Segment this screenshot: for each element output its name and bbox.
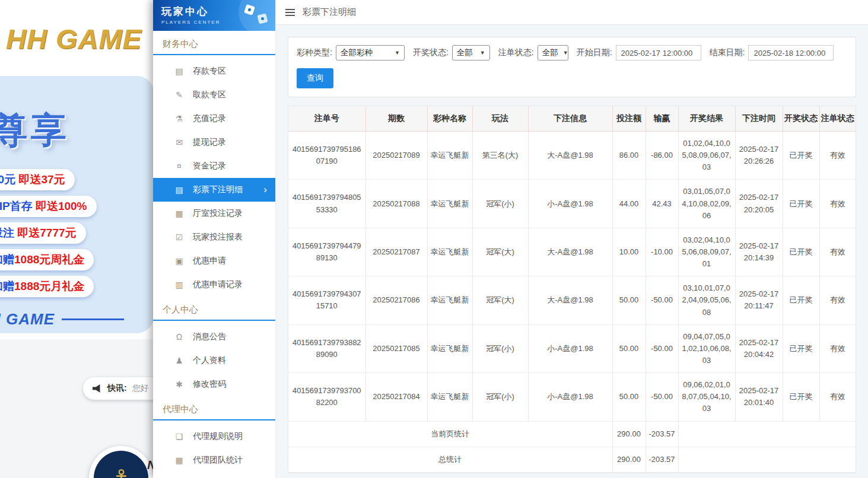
table-cell: 冠军(小) [472,324,528,372]
table-cell: 2025-02-17 20:01:40 [735,373,783,421]
table-cell: 小-A盘@1.98 [528,324,612,372]
table-cell: 有效 [819,132,856,180]
sidebar-item-promo-apply[interactable]: ▣优惠申请 [153,249,275,273]
filter-row: 彩种类型: 全部彩种 ▼ 开奖状态: 全部 ▼ [297,45,847,60]
table-cell: 50.00 [612,373,646,421]
sidebar-item-label: 优惠申请 [193,256,226,266]
table-cell: 401569173979480553330 [288,180,365,228]
table-cell: 2025-02-17 20:14:39 [735,228,783,276]
table-cell: 小-A盘@1.98 [528,180,612,228]
lottery-type-select[interactable]: 全部彩种 ▼ [336,45,405,60]
funds-icon: ¤ [174,161,185,171]
site-logo: HH GAME [6,23,142,55]
chevron-right-icon: › [263,184,267,196]
sidebar-item-label: 提现记录 [193,137,226,148]
table-row: 40156917397948055333020250217088幸运飞艇新冠军(… [288,180,856,228]
sidebar-item-deposit[interactable]: ▤存款专区 [153,59,275,83]
draw-status-value: 全部 [457,47,473,58]
table-cell: 已开奖 [783,276,819,324]
table-cell: 大-A盘@1.98 [528,228,612,276]
sidebar-item-label: 厅室投注记录 [193,208,243,219]
sidebar-item-label: 充值记录 [193,113,226,124]
promo-banner: 尊享 60元 即送37元VIP首存 即送100%投注 即送7777元加赠1088… [0,76,154,333]
sidebar-item-profile[interactable]: ♟个人资料 [153,349,275,372]
table-cell: 2025-02-17 20:26:26 [735,132,783,180]
table-cell: -50.00 [646,276,678,324]
start-date-input[interactable] [616,45,701,60]
speaker-icon [93,384,102,393]
ticker-text: 您好 [132,383,149,394]
table-cell: 20250217089 [365,132,427,180]
table-cell: 2025-02-17 20:04:42 [735,324,783,372]
anchor-icon: ⚓ [94,451,148,478]
table-cell: 2025-02-17 20:11:47 [735,276,783,324]
table-cell: 已开奖 [783,180,819,228]
table-cell: 小-A盘@1.98 [528,373,612,421]
promo-pill-list: 60元 即送37元VIP首存 即送100%投注 即送7777元加赠1088元周礼… [0,169,154,297]
sidebar-item-hall-bet-record[interactable]: ▦厅室投注记录 [153,202,275,225]
table-cell: 有效 [819,324,856,372]
sidebar-item-label: 消息公告 [193,332,226,342]
table-cell: 幸运飞艇新 [427,180,472,228]
promo-icon: ▣ [174,256,185,266]
table-cell: 86.00 [612,132,646,180]
sidebar-item-recharge-record[interactable]: ⚗充值记录 [153,107,275,130]
sidebar-item-funds-record[interactable]: ¤资金记录 [153,154,275,178]
table-cell: 03,01,05,07,04,10,08,02,09,06 [678,180,735,228]
table-cell: 10.00 [612,228,646,276]
sidebar-item-promo-apply-record[interactable]: ▥优惠申请记录 [153,273,275,297]
draw-status-select[interactable]: 全部 ▼ [452,45,490,60]
table-cell: -50.00 [646,324,678,372]
order-status-select[interactable]: 全部 ▼ [538,45,568,60]
summary-empty [678,421,856,447]
menu-icon[interactable] [285,9,295,16]
sidebar-item-lottery-bet-detail[interactable]: ▤彩票下注明细› [153,178,275,202]
order-status-label: 注单状态: [498,47,534,58]
sidebar-item-player-bet-report[interactable]: ☑玩家投注报表 [153,225,275,249]
promo-record-icon: ▥ [174,280,185,289]
table-cell: 20250217087 [365,228,427,276]
table-cell: 已开奖 [783,132,819,180]
column-header: 玩法 [472,106,528,132]
sidebar-item-withdrawal-record[interactable]: ✉提现记录 [153,130,275,154]
chevron-down-icon: ▼ [563,50,568,56]
query-button[interactable]: 查询 [297,68,333,88]
bell-icon: Ω [174,332,185,342]
lottery-type-value: 全部彩种 [341,47,373,58]
sidebar-item-label: 存款专区 [193,66,226,77]
column-header: 彩种名称 [427,106,472,132]
table-cell: 已开奖 [783,373,819,421]
column-header: 注单号 [288,106,365,132]
draw-status-label: 开奖状态: [413,47,449,58]
table-cell: 有效 [819,180,856,228]
table-cell: 401569173979430715710 [288,276,365,324]
chevron-down-icon: ▼ [395,50,400,56]
background-lower-area [0,339,178,478]
sidebar-item-label: 取款专区 [193,90,226,100]
bet-table: 注单号期数彩种名称玩法下注信息投注额输赢开奖结果下注时间开奖状态注单状态4015… [288,106,856,473]
table-row: 40156917397944798913020250217087幸运飞艇新冠军(… [288,228,856,276]
filter-end-date: 结束日期: [710,45,834,60]
promo-brand: H GAME [0,310,154,329]
sidebar-item-change-password[interactable]: ✱修改密码 [153,372,275,396]
table-cell: 幸运飞艇新 [427,276,472,324]
end-date-input[interactable] [748,45,834,60]
table-cell: 20250217084 [365,373,427,421]
table-cell: 冠军(大) [472,276,528,324]
column-header: 投注额 [612,106,646,132]
sidebar-item-messages[interactable]: Ω消息公告 [153,325,275,349]
sidebar-item-agent-rules[interactable]: ❏代理规则说明 [153,425,275,448]
column-header: 注单状态 [819,106,856,132]
table-cell: 03,10,01,07,02,04,09,05,06,08 [678,276,735,324]
table-cell: 401569173979388289090 [288,324,365,372]
bet-table-card: 注单号期数彩种名称玩法下注信息投注额输赢开奖结果下注时间开奖状态注单状态4015… [288,106,856,473]
sidebar-menu: 财务中心▤存款专区✎取款专区⚗充值记录✉提现记录¤资金记录▤彩票下注明细›▦厅室… [153,31,275,472]
page: HH GAME 尊享 60元 即送37元VIP首存 即送100%投注 即送777… [0,0,868,478]
summary-empty [678,447,856,472]
table-cell: 幸运飞艇新 [427,373,472,421]
sidebar-item-label: 个人资料 [193,355,226,366]
sidebar-item-agent-team-stats[interactable]: ▦代理团队统计 [153,448,275,472]
sidebar-item-withdraw[interactable]: ✎取款专区 [153,83,275,107]
filter-order-status: 注单状态: 全部 ▼ [498,45,568,60]
sidebar-item-label: 彩票下注明细 [193,184,243,195]
